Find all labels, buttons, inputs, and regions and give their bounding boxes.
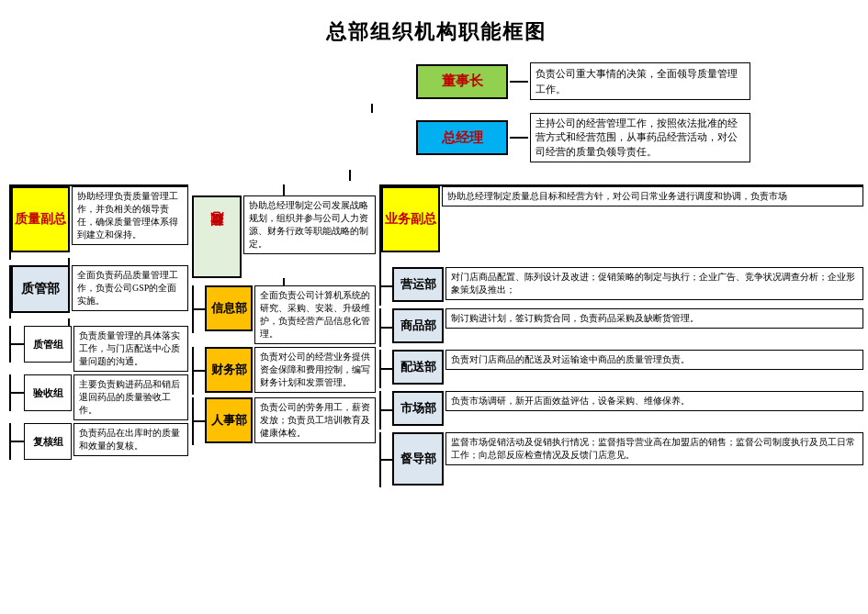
chairman-box: 董事长 (416, 64, 508, 99)
dept-delivery: 配送部 (392, 350, 444, 385)
vp-admin-box: 行政副总 (192, 195, 242, 278)
dept-supervision-desc: 监督市场促销活动及促销执行情况；监督指导营业高在加盟店的销售；监督公司制度执行及… (445, 432, 863, 465)
dept-operations: 营运部 (392, 267, 444, 302)
dept-hr: 人事部 (205, 397, 253, 443)
sub-acceptance-desc: 主要负责购进药品和销后退回药品的质量验收工作。 (73, 374, 188, 420)
vp-biz-desc: 协助总经理制定质量总目标和经营方针，对公司日常业务进行调度和协调，负责市场 (442, 186, 863, 207)
dept-supervision: 督导部 (392, 432, 444, 486)
dept-info-desc: 全面负责公司计算机系统的研究、采购、安装、升级维护，负责经营产品信息化管理。 (254, 285, 376, 344)
vp-admin-desc: 协助总经理制定公司发展战略规划，组织并参与公司人力资源、财务行政等职能战略的制定… (243, 195, 376, 254)
dept-hr-desc: 负责公司的劳务用工，薪资发放；负责员工培训教育及健康体检。 (254, 397, 376, 443)
chairman-desc: 负责公司重大事情的决策，全面领导质量管理工作。 (530, 62, 750, 100)
sub-review-desc: 负责药品在出库时的质量和效量的复核。 (73, 423, 188, 456)
dept-delivery-desc: 负责对门店商品的配送及对运输途中商品的质量管理负责。 (445, 350, 863, 370)
vp-quality-box: 质量副总 (11, 186, 70, 252)
sub-quality-group: 质管组 (24, 326, 72, 363)
dept-quality-box: 质管部 (11, 265, 70, 313)
dept-market: 市场部 (392, 391, 444, 426)
sub-review-group: 复核组 (24, 423, 72, 460)
dept-info: 信息部 (205, 285, 253, 331)
dept-market-desc: 负责市场调研，新开店面效益评估，设备采购、维修保养。 (445, 391, 863, 411)
dept-finance: 财务部 (205, 347, 253, 393)
dept-operations-desc: 对门店商品配置、陈列设计及改进；促销策略的制定与执行；企业广告、竞争状况调查分析… (445, 267, 863, 300)
dept-goods-desc: 制订购进计划，签订购货合同，负责药品采购及缺断货管理。 (445, 308, 863, 329)
dept-quality-desc: 全面负责药品质量管理工作，负责公司GSP的全面实施。 (72, 265, 188, 311)
dept-goods: 商品部 (392, 308, 444, 343)
gm-desc: 主持公司的经营管理工作，按照依法批准的经营方式和经营范围，从事药品经营活动，对公… (530, 113, 750, 162)
sub-quality-desc: 负责质量管理的具体落实工作，与门店配送中心质量问题的沟通。 (73, 326, 188, 372)
vp-quality-desc: 协助经理负责质量管理工作，并负相关的领导责任，确保质量管理体系得到建立和保持。 (72, 186, 188, 245)
gm-box: 总经理 (416, 120, 508, 155)
dept-finance-desc: 负责对公司的经营业务提供资金保障和费用控制，编写财务计划和发票管理。 (254, 347, 376, 393)
sub-acceptance-group: 验收组 (24, 374, 72, 411)
vp-biz-box: 业务副总 (381, 186, 440, 252)
page-title: 总部组织机构职能框图 (9, 18, 863, 46)
